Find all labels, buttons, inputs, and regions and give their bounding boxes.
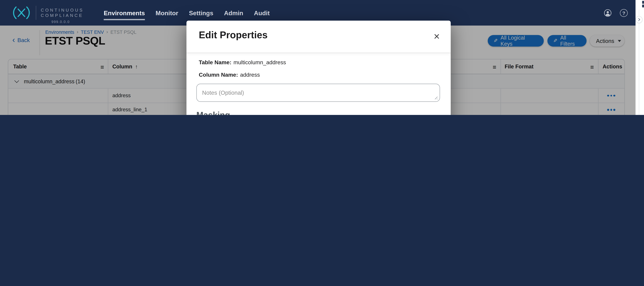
screen: ‹ Back Environments › TEST ENV › ETST PS… — [0, 0, 644, 115]
question-mark-glyph: ? — [622, 10, 625, 16]
right-drawer-strip — [636, 0, 644, 115]
delphix-logo-icon[interactable] — [11, 6, 32, 19]
chevron-right-icon — [637, 18, 640, 21]
account-icon[interactable] — [604, 9, 612, 17]
column-name-line: Column Name: address — [199, 72, 260, 78]
modal-title: Edit Properties — [199, 30, 268, 41]
drawer-edge-line — [639, 10, 639, 115]
brand-divider — [36, 6, 36, 20]
scrollbar-thumb[interactable] — [642, 5, 644, 7]
column-name-label: Column Name: — [199, 72, 238, 78]
table-name-label: Table Name: — [199, 59, 231, 65]
expand-drawer-button[interactable] — [636, 16, 642, 23]
brand-line2: COMPLIANCE — [41, 13, 84, 18]
modal-header-divider — [186, 53, 451, 53]
notes-input[interactable] — [197, 84, 440, 101]
table-name-value: multicolumn_address — [234, 59, 286, 65]
table-name-line: Table Name: multicolumn_address — [199, 59, 286, 65]
column-name-value: address — [240, 72, 260, 78]
nav-item-monitor[interactable]: Monitor — [156, 0, 178, 26]
notes-field-wrapper — [196, 84, 440, 102]
scrollbar-thumb[interactable] — [642, 1, 644, 4]
help-icon[interactable]: ? — [620, 9, 628, 17]
close-icon[interactable]: × — [431, 31, 442, 42]
brand-line1: CONTINUOUS — [41, 8, 84, 13]
nav-item-environments[interactable]: Environments — [104, 0, 145, 26]
version-label: 999.0.0.0 — [52, 20, 70, 24]
brand-text: CONTINUOUS COMPLIANCE — [41, 8, 84, 18]
masking-heading: Masking — [196, 110, 230, 115]
edit-properties-modal: Edit Properties × Table Name: multicolum… — [186, 21, 451, 115]
